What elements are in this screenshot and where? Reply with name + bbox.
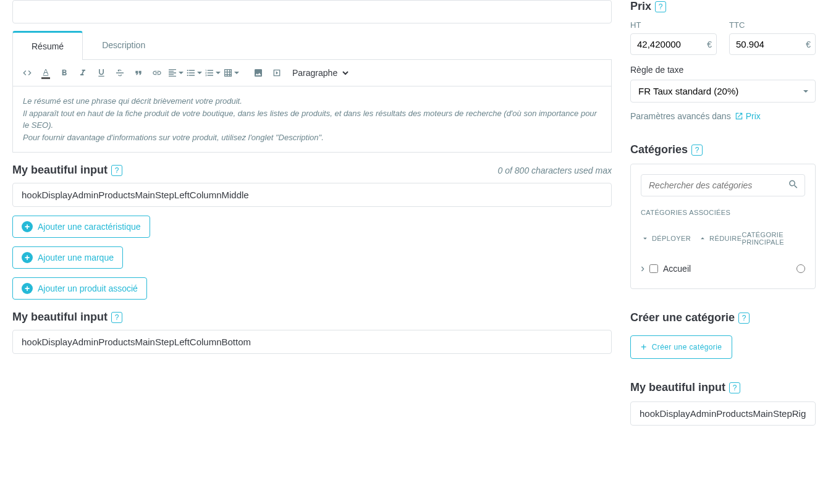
bold-icon[interactable] (56, 65, 72, 81)
plus-icon: + (641, 342, 647, 352)
input1-label: My beautiful input ? (12, 164, 122, 177)
main-category-radio[interactable] (796, 264, 805, 273)
text-color-icon[interactable]: A (38, 65, 54, 81)
price-ht-input[interactable] (630, 33, 717, 55)
link-icon[interactable] (149, 65, 165, 81)
main-cat-label: CATÉGORIE PRINCIPALE (741, 231, 805, 246)
placeholder-line: Il apparaît tout en haut de la fiche pro… (23, 107, 601, 132)
currency-suffix: € (707, 40, 712, 49)
help-icon[interactable]: ? (111, 165, 122, 176)
create-cat-title: Créer une catégorie ? (630, 311, 816, 324)
description-tabs: Résumé Description (12, 31, 612, 60)
help-icon[interactable]: ? (655, 1, 666, 12)
tab-resume[interactable]: Résumé (12, 31, 83, 60)
ht-label: HT (630, 20, 717, 30)
input3-label: My beautiful input ? (630, 381, 816, 394)
strike-icon[interactable] (112, 65, 128, 81)
code-icon[interactable] (19, 65, 35, 81)
help-icon[interactable]: ? (691, 145, 703, 156)
price-title: Prix ? (630, 0, 816, 13)
align-icon[interactable] (167, 65, 184, 81)
plus-icon: + (22, 252, 33, 263)
char-count: 0 of 800 characters used max (498, 166, 612, 175)
price-link[interactable]: Prix (735, 111, 761, 121)
expand-button[interactable]: DÉPLOYER (641, 234, 691, 243)
ttc-label: TTC (729, 20, 816, 30)
plus-icon: + (22, 221, 33, 232)
advanced-params-row: Paramètres avancés dans Prix (630, 111, 816, 121)
format-select[interactable]: Paragraphe (287, 65, 350, 81)
placeholder-line: Le résumé est une phrase qui décrit briè… (23, 95, 601, 107)
placeholder-line: Pour fournir davantage d'informations su… (23, 132, 601, 144)
input-bottom[interactable] (12, 330, 612, 354)
ul-icon[interactable] (186, 65, 202, 81)
create-category-button[interactable]: + Créer une catégorie (630, 335, 732, 359)
help-icon[interactable]: ? (111, 312, 122, 323)
category-search-input[interactable] (641, 174, 805, 196)
tab-description[interactable]: Description (83, 31, 164, 59)
ol-icon[interactable] (205, 65, 221, 81)
tax-rule-label: Règle de taxe (630, 65, 816, 75)
underline-icon[interactable] (93, 65, 109, 81)
price-ttc-input[interactable] (729, 33, 816, 55)
input2-label: My beautiful input ? (12, 311, 122, 324)
external-link-icon (735, 112, 743, 120)
input-middle[interactable] (12, 183, 612, 207)
categories-title: Catégories ? (630, 143, 816, 156)
collapse-button[interactable]: RÉDUIRE (698, 234, 741, 243)
blank-field[interactable] (12, 0, 612, 23)
assoc-label: CATÉGORIES ASSOCIÉES (641, 209, 805, 216)
italic-icon[interactable] (75, 65, 91, 81)
tax-rule-select[interactable]: FR Taux standard (20%) (630, 80, 816, 103)
plus-icon: + (22, 283, 33, 294)
category-checkbox[interactable] (649, 264, 658, 273)
input-right[interactable] (630, 401, 816, 426)
categories-box: CATÉGORIES ASSOCIÉES DÉPLOYER RÉDUIRE CA… (630, 164, 816, 289)
chevron-down-icon (803, 90, 808, 93)
search-icon[interactable] (788, 179, 799, 192)
help-icon[interactable]: ? (729, 382, 740, 393)
add-brand-button[interactable]: +Ajouter une marque (12, 246, 123, 269)
currency-suffix: € (806, 40, 811, 49)
help-icon[interactable]: ? (738, 313, 750, 324)
video-icon[interactable] (269, 65, 285, 81)
image-icon[interactable] (250, 65, 266, 81)
add-feature-button[interactable]: +Ajouter une caractéristique (12, 216, 150, 238)
chevron-right-icon[interactable]: › (641, 262, 644, 275)
table-icon[interactable] (223, 65, 239, 81)
add-related-button[interactable]: +Ajouter un produit associé (12, 277, 147, 300)
editor-toolbar: A Paragraphe (12, 60, 612, 86)
quote-icon[interactable] (130, 65, 146, 81)
editor-content[interactable]: Le résumé est une phrase qui décrit briè… (12, 86, 612, 153)
category-name: Accueil (663, 264, 691, 274)
category-row: › Accueil (641, 262, 805, 279)
